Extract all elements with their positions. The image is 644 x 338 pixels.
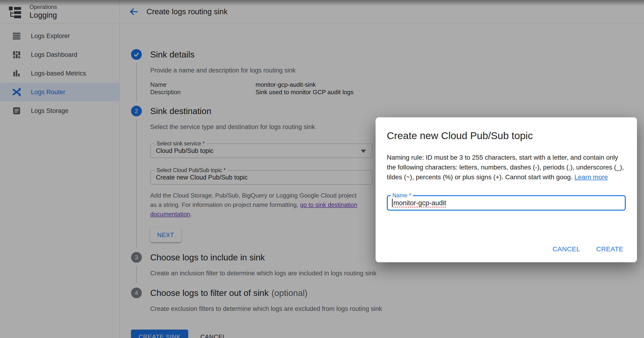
topic-name-input[interactable]: Name * monitor-gcp-audit — [387, 195, 626, 211]
topic-name-label: Name * — [390, 192, 413, 199]
create-topic-dialog: Create new Cloud Pub/Sub topic Naming ru… — [376, 117, 637, 262]
topic-name-value: monitor-gcp-audit — [393, 199, 446, 207]
text-cursor — [392, 199, 393, 207]
dialog-title: Create new Cloud Pub/Sub topic — [387, 130, 626, 142]
dialog-cancel-button[interactable]: CANCEL — [552, 245, 580, 253]
dialog-naming-rule: Naming rule: ID must be 3 to 255 charact… — [387, 153, 626, 182]
dialog-actions: CANCEL CREATE — [387, 245, 626, 253]
dialog-create-button[interactable]: CREATE — [596, 245, 624, 253]
app-window: Operations Logging Logs Explorer Logs Da… — [0, 0, 644, 338]
learn-more-link[interactable]: Learn more — [574, 173, 608, 181]
